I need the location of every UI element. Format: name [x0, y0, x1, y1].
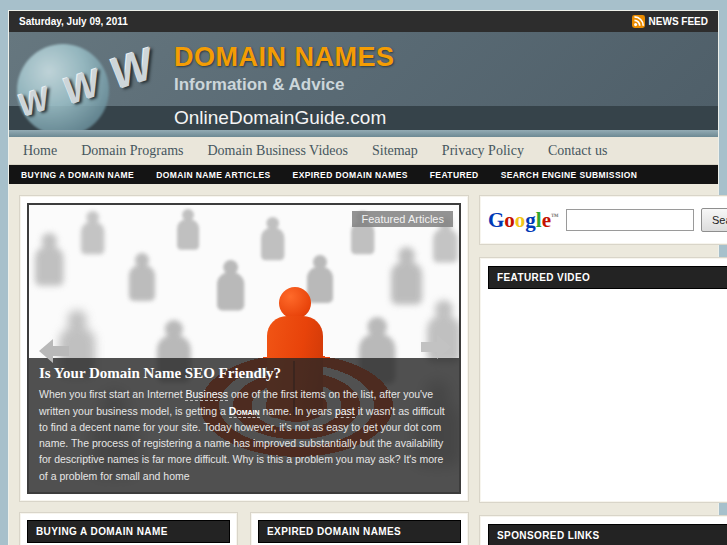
featured-article-title[interactable]: Is Your Domain Name SEO Friendly? — [39, 365, 449, 382]
google-search-widget: Google™ Search — [479, 195, 727, 245]
subnav-domain-name-articles[interactable]: DOMAIN NAME ARTICLES — [156, 170, 270, 180]
content-area: Featured Articles Is Your Domain Name SE… — [9, 184, 718, 545]
subnav-expired-domain-names[interactable]: EXPIRED DOMAIN NAMES — [293, 170, 408, 180]
featured-article-overlay: Is Your Domain Name SEO Friendly? When y… — [29, 358, 459, 492]
featured-video-header: FEATURED VIDEO — [488, 266, 727, 289]
slider-next-arrow[interactable] — [421, 333, 451, 361]
subnav-search-engine-submission[interactable]: SEARCH ENGINE SUBMISSION — [501, 170, 638, 180]
section-expired-domain-names: EXPIRED DOMAIN NAMES How to Profit from … — [250, 512, 469, 545]
sidebar: Google™ Search FEATURED VIDEO SPONSORED … — [479, 195, 727, 545]
subnav-featured[interactable]: FEATURED — [430, 170, 479, 180]
current-date: Saturday, July 09, 2011 — [19, 16, 128, 27]
bottom-sections-row: BUYING A DOMAIN NAME The Domain Name Big… — [19, 512, 469, 545]
featured-video-widget: FEATURED VIDEO — [479, 257, 727, 503]
person-figure — [35, 233, 64, 286]
header-divider-band — [9, 130, 718, 137]
featured-slider-panel: Featured Articles Is Your Domain Name SE… — [19, 195, 469, 502]
header: DOMAIN NAMES Information & Advice Online… — [9, 32, 718, 130]
person-figure — [217, 260, 244, 310]
featured-articles-tag[interactable]: Featured Articles — [352, 211, 453, 227]
nav-item-domain-business-videos[interactable]: Domain Business Videos — [207, 143, 347, 159]
nav-item-sitemap[interactable]: Sitemap — [372, 143, 418, 159]
excerpt-text: name. In years — [260, 405, 335, 417]
nav-item-contact-us[interactable]: Contact us — [548, 143, 608, 159]
section-header: EXPIRED DOMAIN NAMES — [258, 520, 461, 543]
trademark-symbol: ™ — [551, 212, 559, 221]
top-bar: Saturday, July 09, 2011 NEWS FEED — [9, 11, 718, 32]
site-subtitle: Information & Advice — [174, 75, 718, 95]
slider-prev-arrow[interactable] — [39, 337, 69, 365]
category-navigation: BUYING A DOMAIN NAME DOMAIN NAME ARTICLE… — [9, 165, 718, 184]
person-figure — [261, 217, 284, 260]
ad-link-domain[interactable]: Domain — [229, 405, 260, 418]
rss-icon — [632, 15, 645, 28]
ad-link-business[interactable]: Business — [185, 388, 228, 401]
featured-article-slider: Featured Articles Is Your Domain Name SE… — [27, 203, 461, 494]
site-container: Saturday, July 09, 2011 NEWS FEED DOMAIN… — [8, 10, 719, 545]
person-figure — [129, 253, 155, 301]
subnav-buying-a-domain-name[interactable]: BUYING A DOMAIN NAME — [21, 170, 134, 180]
nav-item-home[interactable]: Home — [23, 143, 57, 159]
main-column: Featured Articles Is Your Domain Name SE… — [19, 195, 469, 545]
section-header: BUYING A DOMAIN NAME — [27, 520, 230, 543]
sponsored-links-widget: SPONSORED LINKS GoDaddy #1 domain names — [479, 515, 727, 545]
site-title: DOMAIN NAMES — [174, 42, 718, 73]
news-feed-label: NEWS FEED — [649, 16, 708, 27]
person-figure — [391, 247, 422, 305]
sponsored-links-header: SPONSORED LINKS — [488, 524, 727, 545]
nav-item-domain-programs[interactable]: Domain Programs — [81, 143, 183, 159]
ad-link-past[interactable]: past — [335, 405, 355, 418]
excerpt-text: When you first start an Internet — [39, 388, 185, 400]
google-logo: Google™ — [488, 210, 559, 231]
person-figure — [177, 209, 199, 250]
news-feed-link[interactable]: NEWS FEED — [632, 15, 708, 28]
search-input[interactable] — [566, 209, 694, 231]
nav-item-privacy-policy[interactable]: Privacy Policy — [442, 143, 524, 159]
www-globe-logo: W W W — [9, 32, 174, 130]
main-navigation: Home Domain Programs Domain Business Vid… — [9, 137, 718, 165]
logo-letter: W — [104, 39, 159, 99]
featured-article-excerpt: When you first start an Internet Busines… — [39, 386, 449, 484]
person-figure — [81, 211, 104, 254]
section-buying-a-domain-name: BUYING A DOMAIN NAME The Domain Name Big… — [19, 512, 238, 545]
search-button[interactable]: Search — [701, 208, 727, 232]
site-name: OnlineDomainGuide.com — [174, 107, 386, 128]
